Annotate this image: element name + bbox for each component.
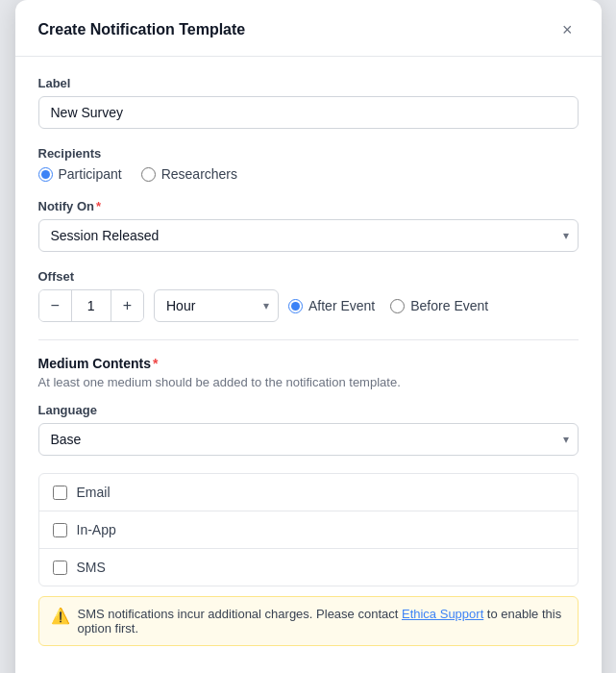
- after-event-radio-item[interactable]: After Event: [288, 298, 375, 313]
- participant-radio[interactable]: [38, 167, 53, 182]
- offset-stepper: − 1 +: [38, 289, 144, 322]
- recipients-label: Recipients: [38, 146, 579, 161]
- before-event-radio-item[interactable]: Before Event: [390, 298, 488, 313]
- in-app-checkbox-label: In-App: [77, 522, 116, 537]
- after-event-radio[interactable]: [288, 299, 303, 313]
- ethica-support-link[interactable]: Ethica Support: [402, 607, 483, 621]
- section-divider: [38, 339, 579, 340]
- language-select-wrapper: Base English French ▾: [38, 423, 579, 456]
- before-event-radio[interactable]: [390, 299, 405, 313]
- label-field-group: Label: [38, 76, 579, 129]
- modal-title: Create Notification Template: [38, 21, 246, 38]
- language-field-group: Language Base English French ▾: [38, 403, 579, 456]
- language-select[interactable]: Base English French: [38, 423, 579, 456]
- stepper-increment-button[interactable]: +: [111, 290, 143, 321]
- label-input[interactable]: [38, 96, 579, 129]
- hour-select-wrapper: Minute Hour Day Week ▾: [154, 289, 279, 322]
- warning-icon: ⚠️: [51, 607, 70, 625]
- event-radio-group: After Event Before Event: [288, 298, 488, 313]
- participant-radio-item[interactable]: Participant: [38, 166, 122, 182]
- email-checkbox-label: Email: [77, 485, 111, 500]
- medium-checkbox-list: Email In-App SMS: [38, 473, 579, 586]
- sms-warning: ⚠️ SMS notifications incur additional ch…: [38, 596, 579, 646]
- create-notification-modal: Create Notification Template × Label Rec…: [15, 0, 602, 673]
- stepper-decrement-button[interactable]: −: [39, 290, 71, 321]
- sms-checkbox[interactable]: [53, 561, 67, 575]
- sms-checkbox-label: SMS: [77, 560, 106, 575]
- recipients-radio-group: Participant Researchers: [38, 166, 579, 182]
- stepper-value: 1: [71, 290, 111, 321]
- researchers-radio[interactable]: [141, 167, 156, 182]
- notify-on-field-group: Notify On* Session Released Session Comp…: [38, 199, 579, 252]
- modal-body: Label Recipients Participant Researchers…: [15, 57, 602, 673]
- after-event-label: After Event: [308, 298, 375, 313]
- researchers-radio-item[interactable]: Researchers: [141, 166, 237, 182]
- before-event-label: Before Event: [410, 298, 488, 313]
- notify-on-select-wrapper: Session Released Session Completed Sessi…: [38, 219, 579, 252]
- email-checkbox[interactable]: [53, 486, 67, 500]
- modal-header: Create Notification Template ×: [15, 0, 602, 57]
- notify-on-select[interactable]: Session Released Session Completed Sessi…: [38, 219, 579, 252]
- label-field-label: Label: [38, 76, 579, 90]
- medium-contents-title: Medium Contents*: [38, 356, 579, 371]
- sms-warning-text: SMS notifications incur additional charg…: [78, 607, 566, 636]
- offset-field-group: Offset − 1 + Minute Hour Day Week ▾: [38, 269, 579, 322]
- participant-radio-label: Participant: [59, 166, 122, 182]
- sms-checkbox-item[interactable]: SMS: [39, 549, 578, 586]
- close-button[interactable]: ×: [556, 19, 579, 40]
- offset-unit-select[interactable]: Minute Hour Day Week: [154, 289, 279, 322]
- email-checkbox-item[interactable]: Email: [39, 474, 578, 511]
- in-app-checkbox-item[interactable]: In-App: [39, 511, 578, 549]
- recipients-field-group: Recipients Participant Researchers: [38, 146, 579, 182]
- in-app-checkbox[interactable]: [53, 523, 67, 537]
- medium-contents-desc: At least one medium should be added to t…: [38, 375, 579, 389]
- language-label: Language: [38, 403, 579, 417]
- researchers-radio-label: Researchers: [161, 166, 237, 182]
- medium-contents-group: Medium Contents* At least one medium sho…: [38, 356, 579, 646]
- offset-label: Offset: [38, 269, 579, 284]
- notify-on-label: Notify On*: [38, 199, 579, 213]
- offset-row: − 1 + Minute Hour Day Week ▾: [38, 289, 579, 322]
